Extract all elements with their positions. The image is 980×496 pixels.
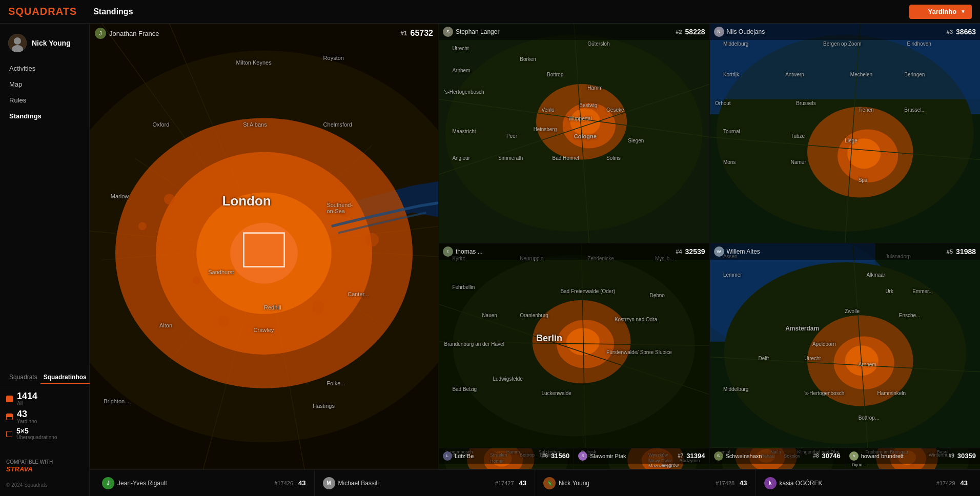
rank9-score: 30359 [957, 452, 976, 460]
rank8-header: S Schweinshaxn #8 30746 [710, 448, 845, 464]
svg-point-1 [14, 37, 21, 45]
top-nav: SQUADRATS Standings Yardinho ▼ [0, 0, 980, 24]
rank4-player-info: t thomas ... [443, 246, 483, 257]
rank2-card[interactable]: Utrecht Arnhem Borken Gütersloh 's-Herto… [438, 24, 709, 243]
orange-half-icon [6, 414, 13, 420]
sidebar: Nick Young Activities Map Rules Standing… [0, 24, 90, 496]
rank4-map: Kyritz Neuruppin Zehdenicke Myslib... Fe… [439, 243, 709, 448]
rank2-name: Stephan Langer [456, 28, 499, 35]
rank3-player-info: N Nils Oudejans [714, 27, 765, 37]
stat-all-value: 1414 [17, 391, 37, 401]
rank8-card[interactable]: ...ental Naila Klingenthal nad Ohri Reha… [709, 448, 845, 469]
rank1-avatar: J [95, 28, 106, 39]
copyright: © 2024 Squadrats [0, 480, 89, 490]
rank2-player-info: S Stephan Langer [443, 27, 499, 37]
sidebar-item-map[interactable]: Map [4, 76, 85, 92]
rank6-badge: #6 [542, 453, 548, 459]
rank1-score-area: #1 65732 [400, 29, 433, 38]
rank5-score-area: #5 31988 [947, 247, 976, 256]
rank6-name: Lutz Be [455, 453, 474, 459]
bottom-rank-1: #17427 [495, 480, 514, 486]
bottom-name-3: kasia OGÓREK [780, 480, 933, 487]
rank6-avatar: L [443, 451, 452, 461]
rank3-badge: #3 [947, 29, 953, 35]
rank3-card[interactable]: Middelburg Bergen op Zoom Eindhoven Kort… [709, 24, 981, 243]
rank1-map-roads [90, 24, 438, 469]
rank9-name: howard brundrett [861, 453, 904, 459]
rank4-name: thomas ... [456, 248, 483, 255]
rank5-card[interactable]: Assen Julanadorp Lemmer Alkmaar Urk Emme… [709, 243, 981, 448]
rank2-map: Utrecht Arnhem Borken Gütersloh 's-Herto… [439, 24, 709, 243]
rank8-score: 30746 [822, 452, 841, 460]
bottom-name-0: Jean-Yves Rigault [117, 480, 271, 487]
rank9-player-info: h howard brundrett [849, 451, 904, 461]
svg-point-20 [230, 223, 298, 284]
sidebar-user: Nick Young [0, 30, 89, 60]
outline-square-icon [6, 431, 12, 437]
stat-yardinho: 43 Yardinho [6, 409, 83, 424]
bottom-entry-2[interactable]: 🦎 Nick Young #17428 43 [535, 470, 756, 496]
sidebar-item-activities[interactable]: Activities [4, 60, 85, 76]
rank7-card[interactable]: Pultusk Plock Wyszków Nowy DwórMazowieck… [574, 448, 709, 469]
strava-logo: COMPATIBLE WITH STRAVA [6, 459, 83, 474]
stat-yardinho-value: 43 [17, 409, 37, 419]
rank2-score: 58228 [685, 28, 705, 36]
rank7-header: S Slawomir Ptak #7 31394 [574, 448, 709, 464]
rank2-score-area: #2 58228 [676, 28, 705, 36]
rank6-card[interactable]: 's-ogenbosch Hamm Salzkotten Eindhoven S… [438, 448, 574, 469]
stat-uber: 5×5 Übersquadratinho [6, 427, 83, 440]
rank1-badge: #1 [400, 30, 407, 37]
bottom-avatar-3: k [764, 477, 777, 489]
bottom-avatar-1: M [323, 477, 335, 489]
tab-squadrats[interactable]: Squadrats [6, 373, 40, 384]
rank9-card[interactable]: Freiburg im Breisgau Basel Winterthur Di… [845, 448, 980, 469]
bottom-entry-1[interactable]: M Michael Bassili #17427 43 [315, 470, 536, 496]
standings-grid: Milton Keynes Royston Oxford St Albans C… [90, 24, 980, 469]
bottom-entry-3[interactable]: k kasia OGÓREK #17429 43 [756, 470, 976, 496]
mid-two-row: Kyritz Neuruppin Zehdenicke Myslib... Fe… [438, 243, 980, 448]
rank7-player-info: S Slawomir Ptak [578, 451, 626, 461]
rank2-badge: #2 [676, 29, 682, 35]
rank6-score-area: #6 31560 [542, 452, 569, 460]
rank7-avatar: S [578, 451, 587, 461]
rank1-player-info: J Jonathan France [95, 28, 159, 39]
rank3-map: Middelburg Bergen op Zoom Eindhoven Kort… [710, 24, 981, 243]
rank5-score: 31988 [956, 247, 976, 256]
bottom-avatar-2: 🦎 [543, 477, 556, 489]
rank3-score: 38663 [956, 28, 976, 36]
rank2-avatar: S [443, 27, 453, 37]
bottom-score-1: 43 [519, 479, 526, 487]
svg-point-25 [312, 301, 324, 314]
rank7-score-area: #7 31394 [678, 452, 705, 460]
chevron-down-icon: ▼ [961, 9, 966, 14]
bottom-entry-0[interactable]: J Jean-Yves Rigault #17426 43 [94, 470, 315, 496]
tabs-row: Squadrats Squadratinhos [0, 368, 89, 386]
rank3-avatar: N [714, 27, 724, 37]
rank1-card: Milton Keynes Royston Oxford St Albans C… [90, 24, 438, 469]
rank1-map: Milton Keynes Royston Oxford St Albans C… [90, 24, 438, 469]
rank5-header: W Willem Altes #5 31988 [710, 243, 981, 260]
avatar [8, 34, 27, 52]
rank9-avatar: h [849, 451, 859, 461]
svg-point-26 [218, 315, 229, 326]
rank8-avatar: S [714, 451, 723, 461]
rank8-name: Schweinshaxn [726, 453, 762, 459]
rank7-badge: #7 [678, 453, 683, 459]
sidebar-item-standings[interactable]: Standings [4, 108, 85, 124]
page-title: Standings [93, 7, 909, 16]
rank8-player-info: S Schweinshaxn [714, 451, 762, 461]
user-dropdown-button[interactable]: Yardinho ▼ [909, 5, 972, 19]
rank6-player-info: L Lutz Be [443, 451, 474, 461]
stat-uber-value: 5×5 [16, 427, 57, 435]
sidebar-item-rules[interactable]: Rules [4, 92, 85, 108]
rank9-badge: #9 [949, 453, 954, 459]
svg-point-24 [340, 208, 350, 217]
tab-squadratinhos[interactable]: Squadratinhos [40, 373, 90, 384]
rank7-name: Slawomir Ptak [590, 453, 626, 459]
bottom-name-2: Nick Young [559, 480, 712, 487]
rank5-avatar: W [714, 246, 724, 257]
bottom-rank-0: #17426 [274, 480, 293, 486]
rank4-avatar: t [443, 246, 453, 257]
top-two-row: Utrecht Arnhem Borken Gütersloh 's-Herto… [438, 24, 980, 243]
rank4-card[interactable]: Kyritz Neuruppin Zehdenicke Myslib... Fe… [438, 243, 709, 448]
